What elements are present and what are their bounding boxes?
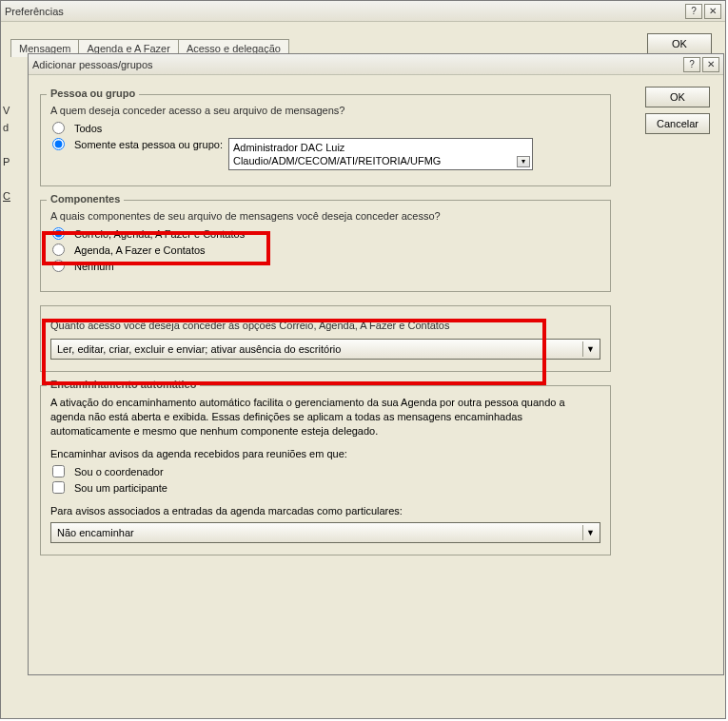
obscured-text: V d P C xyxy=(3,102,10,205)
pref-ok-button[interactable]: OK xyxy=(647,33,712,54)
label-comp-agenda: Agenda, A Fazer e Contatos xyxy=(74,244,206,256)
dialog-close-icon[interactable]: ✕ xyxy=(702,57,719,72)
legend-pessoa: Pessoa ou grupo xyxy=(47,88,139,99)
enc-particular-label: Para avisos associados a entradas da age… xyxy=(50,505,600,516)
legend-encaminhamento: Encaminhamento automático xyxy=(47,379,200,390)
person-input[interactable]: Administrador DAC Luiz Claudio/ADM/CECOM… xyxy=(228,138,533,170)
label-comp-none: Nenhum xyxy=(74,261,114,272)
label-coordenador: Sou o coordenador xyxy=(74,466,164,477)
particular-value: Não encaminhar xyxy=(57,527,134,538)
checkbox-coordenador[interactable] xyxy=(52,465,65,477)
label-somente: Somente esta pessoa ou grupo: xyxy=(74,138,223,150)
dialog-ok-button[interactable]: OK xyxy=(645,87,710,107)
close-icon[interactable]: ✕ xyxy=(704,4,721,19)
comp-question: A quais componentes de seu arquivo de me… xyxy=(50,210,600,222)
legend-componentes: Componentes xyxy=(47,193,124,205)
access-value: Ler, editar, criar, excluir e enviar; at… xyxy=(57,343,341,355)
dialog-cancel-button[interactable]: Cancelar xyxy=(645,113,710,134)
radio-somente[interactable] xyxy=(52,138,65,150)
dialog-titlebar: Adicionar pessoas/grupos ? ✕ xyxy=(29,54,723,75)
preferences-titlebar: Preferências ? ✕ xyxy=(1,1,725,22)
fieldset-pessoa: Pessoa ou grupo A quem deseja conceder a… xyxy=(40,94,611,186)
help-icon[interactable]: ? xyxy=(685,4,702,19)
radio-comp-agenda[interactable] xyxy=(52,244,65,256)
dialog-title: Adicionar pessoas/grupos xyxy=(32,59,681,70)
preferences-title: Preferências xyxy=(5,6,683,17)
person-value: Administrador DAC Luiz Claudio/ADM/CECOM… xyxy=(233,141,528,167)
access-question: Quanto acesso você deseja conceder às op… xyxy=(50,320,600,331)
person-dropdown-icon[interactable]: ▾ xyxy=(517,156,530,167)
label-todos: Todos xyxy=(74,123,102,134)
enc-forward-label: Encaminhar avisos da agenda recebidos pa… xyxy=(50,448,600,459)
access-combo[interactable]: Ler, editar, criar, excluir e enviar; at… xyxy=(50,339,600,360)
fieldset-access: Quanto acesso você deseja conceder às op… xyxy=(40,305,611,372)
chevron-down-icon: ▼ xyxy=(582,525,598,540)
radio-comp-all[interactable] xyxy=(52,227,65,240)
fieldset-encaminhamento: Encaminhamento automático A ativação do … xyxy=(40,385,611,555)
pessoa-question: A quem deseja conceder acesso a seu arqu… xyxy=(50,105,600,116)
radio-todos[interactable] xyxy=(52,122,65,134)
add-people-dialog: Adicionar pessoas/grupos ? ✕ OK Cancelar… xyxy=(28,53,724,675)
label-comp-all: Correio, Agenda, A Fazer e Contatos xyxy=(74,228,245,240)
enc-description: A ativação do encaminhamento automático … xyxy=(50,396,600,438)
fieldset-componentes: Componentes A quais componentes de seu a… xyxy=(40,200,611,292)
checkbox-participante[interactable] xyxy=(52,481,65,494)
dialog-help-icon[interactable]: ? xyxy=(683,57,700,72)
particular-combo[interactable]: Não encaminhar ▼ xyxy=(50,522,600,543)
chevron-down-icon: ▼ xyxy=(582,341,598,357)
radio-comp-none[interactable] xyxy=(52,260,65,272)
label-participante: Sou um participante xyxy=(74,482,167,494)
